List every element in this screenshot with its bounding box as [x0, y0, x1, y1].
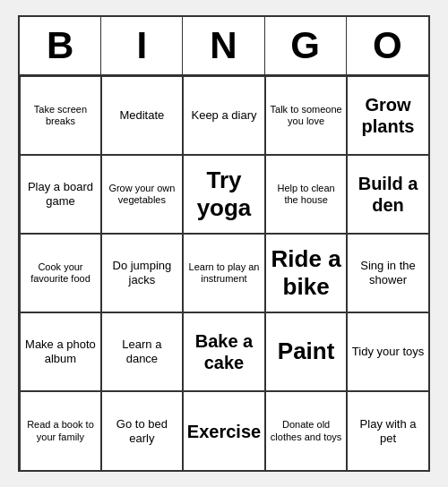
cell-text-23: Donate old clothes and toys [270, 419, 342, 442]
bingo-cell-9: Build a den [347, 155, 428, 234]
cell-text-10: Cook your favourite food [24, 261, 97, 285]
cell-text-2: Keep a diary [191, 108, 256, 123]
bingo-cell-16: Learn a dance [101, 312, 183, 391]
cell-text-21: Go to bed early [106, 417, 178, 445]
bingo-letter-i: I [101, 17, 183, 74]
cell-text-7: Try yoga [187, 167, 261, 222]
cell-text-5: Play a board game [24, 180, 97, 208]
bingo-cell-20: Read a book to your family [20, 391, 101, 470]
bingo-card: BINGO Take screen breaksMeditateKeep a d… [18, 15, 430, 472]
bingo-cell-6: Grow your own vegetables [101, 155, 183, 234]
cell-text-17: Bake a cake [187, 330, 261, 373]
cell-text-4: Grow plants [351, 94, 425, 137]
cell-text-0: Take screen breaks [24, 104, 97, 127]
bingo-header: BINGO [20, 17, 428, 76]
cell-text-20: Read a book to your family [24, 419, 97, 442]
bingo-letter-g: G [265, 17, 347, 74]
bingo-cell-10: Cook your favourite food [20, 234, 101, 312]
cell-text-11: Do jumping jacks [106, 259, 178, 286]
cell-text-16: Learn a dance [106, 337, 178, 365]
cell-text-6: Grow your own vegetables [106, 183, 178, 206]
cell-text-8: Help to clean the house [270, 183, 342, 206]
bingo-cell-15: Make a photo album [20, 312, 101, 391]
bingo-cell-24: Play with a pet [347, 391, 428, 470]
bingo-cell-5: Play a board game [20, 155, 101, 234]
bingo-cell-11: Do jumping jacks [101, 234, 183, 312]
cell-text-3: Talk to someone you love [270, 104, 342, 127]
bingo-cell-21: Go to bed early [101, 391, 183, 470]
bingo-cell-8: Help to clean the house [265, 155, 347, 234]
bingo-cell-7: Try yoga [183, 155, 265, 234]
cell-text-1: Meditate [119, 108, 164, 123]
bingo-grid: Take screen breaksMeditateKeep a diaryTa… [20, 76, 428, 470]
bingo-cell-12: Learn to play an instrument [183, 234, 265, 312]
cell-text-19: Tidy your toys [352, 345, 424, 359]
cell-text-24: Play with a pet [351, 417, 425, 445]
bingo-cell-0: Take screen breaks [20, 76, 101, 155]
cell-text-18: Paint [278, 337, 335, 365]
cell-text-9: Build a den [351, 173, 425, 216]
bingo-cell-13: Ride a bike [265, 234, 347, 312]
bingo-cell-17: Bake a cake [183, 312, 265, 391]
bingo-letter-o: O [347, 17, 428, 74]
cell-text-13: Ride a bike [270, 245, 342, 301]
cell-text-15: Make a photo album [24, 337, 97, 365]
cell-text-22: Exercise [187, 421, 261, 442]
bingo-cell-22: Exercise [183, 391, 265, 470]
bingo-cell-3: Talk to someone you love [265, 76, 347, 155]
bingo-cell-14: Sing in the shower [347, 234, 428, 312]
bingo-letter-n: N [183, 17, 264, 74]
bingo-cell-19: Tidy your toys [347, 312, 428, 391]
bingo-letter-b: B [20, 17, 101, 74]
bingo-cell-4: Grow plants [347, 76, 428, 155]
bingo-cell-2: Keep a diary [183, 76, 265, 155]
bingo-cell-1: Meditate [101, 76, 183, 155]
bingo-cell-23: Donate old clothes and toys [265, 391, 347, 470]
cell-text-14: Sing in the shower [351, 259, 425, 286]
cell-text-12: Learn to play an instrument [187, 261, 261, 285]
bingo-cell-18: Paint [265, 312, 347, 391]
